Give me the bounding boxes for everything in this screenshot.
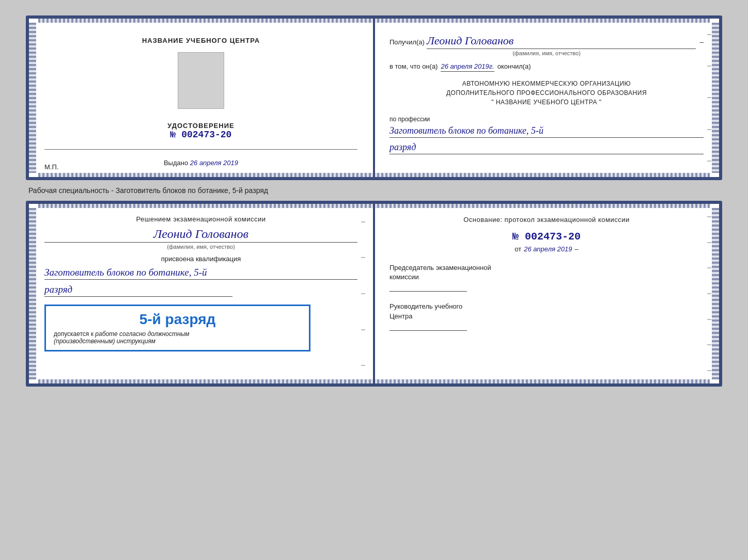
number-value: 002473-20: [181, 130, 231, 140]
edge-dash-3: [707, 97, 711, 98]
br-edge-dash-6: [707, 344, 711, 345]
rukovo-label: Руководитель учебного: [389, 302, 704, 311]
vydano-date: 26 апреля 2019: [190, 159, 238, 167]
b-edge-dash-4: [361, 329, 365, 330]
fio-hint-bottom: (фамилия, имя, отчество): [44, 244, 357, 250]
subtitle-between: Рабочая специальность - Заготовитель бло…: [26, 186, 722, 195]
bottom-card-right: Основание: протокол экзаменационной коми…: [374, 204, 719, 383]
po-professii-block: по профессии Заготовитель блоков по бота…: [389, 114, 704, 154]
instruktsiya-text: (производственным) инструкциям: [54, 338, 301, 345]
razryad-value-top: разряд: [389, 142, 704, 154]
chairman-label2: комиссии: [389, 273, 704, 282]
dopuskaetsya-text: допускается к работе согласно должностны…: [54, 330, 301, 345]
bottom-right-edge-marks: [707, 204, 712, 383]
vydano-line: Выдано 26 апреля 2019: [164, 159, 238, 167]
razryad-value-bottom: разряд: [44, 284, 232, 297]
okonchil-label: окончил(а): [497, 62, 531, 70]
br-edge-dash-1: [707, 216, 711, 217]
ot-date: 26 апреля 2019: [524, 245, 572, 253]
br-edge-dash-5: [707, 319, 711, 320]
professiya-value: Заготовитель блоков по ботанике, 5-й: [389, 125, 704, 138]
b-edge-dash-3: [361, 293, 365, 294]
top-document-card: НАЗВАНИЕ УЧЕБНОГО ЦЕНТРА УДОСТОВЕРЕНИЕ №…: [26, 15, 722, 180]
po-professii-label: по профессии: [389, 116, 430, 123]
top-card-left: НАЗВАНИЕ УЧЕБНОГО ЦЕНТРА УДОСТОВЕРЕНИЕ №…: [29, 19, 374, 177]
photo-placeholder: [178, 52, 224, 109]
recipient-name: Леонид Голованов: [427, 34, 696, 49]
protocol-number-value: 002473-20: [525, 231, 581, 243]
chairman-label: Председатель экзаменационной: [389, 263, 704, 273]
edge-dash-2: [707, 66, 711, 67]
bottom-card-left: Решением экзаменационной комиссии Леонид…: [29, 204, 374, 383]
page-container: НАЗВАНИЕ УЧЕБНОГО ЦЕНТРА УДОСТОВЕРЕНИЕ №…: [10, 10, 738, 392]
b-edge-dash-5: [361, 365, 365, 366]
vtom-label: в том, что он(а): [389, 62, 438, 70]
vydano-label: Выдано: [164, 159, 188, 167]
top-card-right: Получил(а) Леонид Голованов – (фамилия, …: [374, 19, 719, 177]
number-prefix: №: [170, 130, 176, 140]
stamp-box: 5-й разряд допускается к работе согласно…: [44, 305, 310, 351]
protocol-number-prefix: №: [512, 231, 519, 243]
stamp-text: 5-й разряд: [54, 311, 301, 328]
b-edge-dash-1: [361, 221, 365, 222]
protokol-number: № 002473-20: [389, 231, 704, 243]
udostoverenie-block: УДОСТОВЕРЕНИЕ № 002473-20: [167, 122, 234, 140]
ot-line: от 26 апреля 2019 –: [389, 245, 704, 253]
udostoverenie-title: УДОСТОВЕРЕНИЕ: [167, 122, 234, 130]
prisvoena-label: присвоена квалификация: [44, 255, 357, 263]
bottom-left-edge-marks: [361, 204, 366, 383]
rukovo-block: Руководитель учебного Центра: [389, 302, 704, 330]
vtom-date: 26 апреля 2019г.: [441, 62, 494, 72]
udostoverenie-number: № 002473-20: [167, 130, 234, 140]
school-title-left: НАЗВАНИЕ УЧЕБНОГО ЦЕНТРА: [142, 37, 260, 44]
right-edge-marks: [707, 19, 712, 177]
br-edge-dash-3: [707, 267, 711, 268]
org-block: АВТОНОМНУЮ НЕКОММЕРЧЕСКУЮ ОРГАНИЗАЦИЮ ДО…: [389, 79, 704, 107]
edge-dash-1: [707, 34, 711, 35]
org-line3: " НАЗВАНИЕ УЧЕБНОГО ЦЕНТРА ": [389, 98, 704, 107]
vtom-line: в том, что он(а) 26 апреля 2019г. окончи…: [389, 62, 704, 72]
chairman-block: Председатель экзаменационной комиссии: [389, 263, 704, 292]
resheniem-label: Решением экзаменационной комиссии: [44, 214, 357, 225]
org-line2: ДОПОЛНИТЕЛЬНОГО ПРОФЕССИОНАЛЬНОГО ОБРАЗО…: [389, 88, 704, 98]
mp-label: М.П.: [44, 163, 58, 171]
chairman-signature-line: [389, 291, 467, 292]
br-edge-dash-2: [707, 242, 711, 243]
osnovanie-label: Основание: протокол экзаменационной коми…: [389, 214, 704, 226]
b-edge-dash-2: [361, 257, 365, 258]
fio-hint-top: (фамилия, имя, отчество): [389, 50, 704, 56]
poluchil-line: Получил(а) Леонид Голованов –: [389, 34, 704, 49]
divider-left: [44, 149, 357, 150]
kvali-value: Заготовитель блоков по ботанике, 5-й: [44, 267, 357, 280]
bottom-recipient-name: Леонид Голованов: [44, 227, 357, 243]
ot-prefix: от: [515, 245, 521, 253]
bottom-document-card: Решением экзаменационной комиссии Леонид…: [26, 201, 722, 387]
tsentra-label: Центра: [389, 312, 704, 321]
br-edge-dash-4: [707, 293, 711, 294]
dopuskaetsya-suffix: работе согласно должностным: [95, 330, 189, 338]
dopuskaetsya-prefix: допускается к: [54, 330, 93, 338]
edge-dash-4: [707, 129, 711, 130]
edge-dash-5: [707, 161, 711, 162]
rukovo-signature-line: [389, 330, 467, 331]
br-edge-dash-7: [707, 370, 711, 371]
org-line1: АВТОНОМНУЮ НЕКОММЕРЧЕСКУЮ ОРГАНИЗАЦИЮ: [389, 79, 704, 88]
poluchil-label: Получил(а): [389, 38, 425, 46]
